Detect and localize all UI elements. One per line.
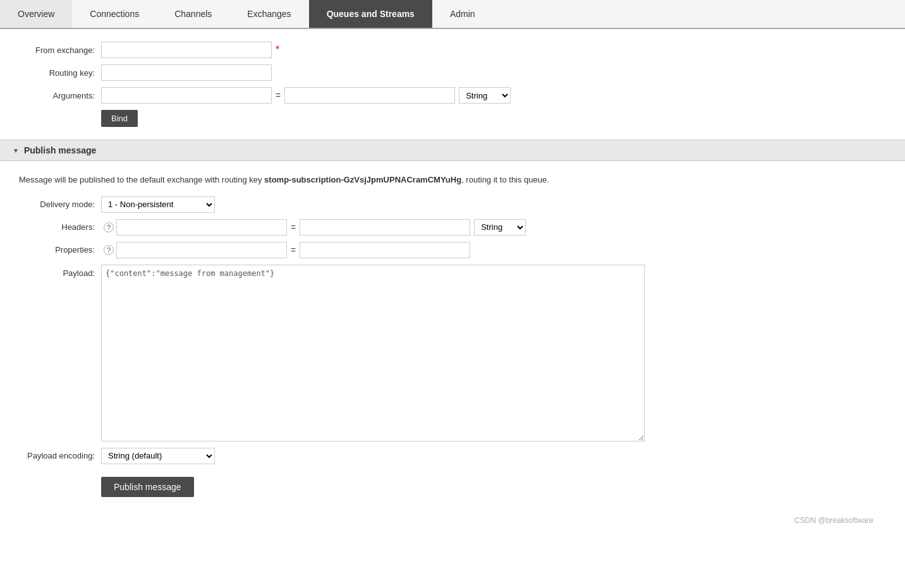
publish-section-divider: ▼ Publish message [0,140,905,161]
properties-value-input[interactable] [300,242,470,258]
routing-key-value: stomp-subscription-GzVsjJpmUPNACramCMYuH… [264,175,461,184]
tab-connections[interactable]: Connections [72,0,157,28]
headers-value-input[interactable] [300,219,470,236]
bind-section: From exchange: * Routing key: Arguments:… [19,42,886,127]
payload-label: Payload: [19,265,101,278]
required-star: * [276,44,279,56]
from-exchange-label: From exchange: [19,45,101,55]
routing-key-label: Routing key: [19,68,101,78]
arguments-type-select[interactable]: String Boolean Number List [459,87,511,104]
watermark-text: CSDN @breaksoftware [794,516,873,525]
headers-eq-sign: = [291,222,296,232]
routing-key-input[interactable] [101,64,272,81]
headers-key-input[interactable] [116,219,287,236]
properties-label: Properties: [19,245,101,255]
arguments-key-input[interactable] [101,87,272,104]
routing-info: Message will be published to the default… [19,174,886,186]
page-content: From exchange: * Routing key: Arguments:… [0,29,905,544]
arguments-label: Arguments: [19,91,101,100]
tab-queues-streams[interactable]: Queues and Streams [309,0,432,28]
eq-sign: = [276,90,281,100]
publish-message-button[interactable]: Publish message [101,477,194,497]
properties-key-input[interactable] [116,242,287,258]
tab-overview[interactable]: Overview [0,0,72,28]
properties-eq-sign: = [291,245,296,255]
routing-info-prefix: Message will be published to the default… [19,175,264,184]
arguments-value-input[interactable] [284,87,455,104]
nav-tabs: Overview Connections Channels Exchanges … [0,0,905,29]
arguments-row: Arguments: = String Boolean Number List [19,87,886,104]
publish-section-title: Publish message [24,145,96,155]
tab-exchanges[interactable]: Exchanges [229,0,308,28]
bind-button-row: Bind [19,110,886,127]
routing-info-suffix: , routing it to this queue. [461,175,549,184]
delivery-mode-select[interactable]: 1 - Non-persistent 2 - Persistent [101,196,215,213]
triangle-icon: ▼ [13,147,19,154]
footer-watermark: CSDN @breaksoftware [19,510,886,531]
routing-key-row: Routing key: [19,64,886,81]
headers-row: Headers: ? = String Boolean Number List [19,219,886,236]
bind-button[interactable]: Bind [101,110,138,127]
payload-encoding-row: Payload encoding: String (default) Base6… [19,448,886,464]
from-exchange-row: From exchange: * [19,42,886,58]
payload-row: Payload: {"content":"message from manage… [19,265,886,441]
delivery-mode-label: Delivery mode: [19,200,101,209]
delivery-mode-row: Delivery mode: 1 - Non-persistent 2 - Pe… [19,196,886,213]
tab-admin[interactable]: Admin [432,0,493,28]
from-exchange-input[interactable] [101,42,272,58]
publish-button-row: Publish message [19,471,886,497]
headers-type-select[interactable]: String Boolean Number List [474,219,526,236]
properties-row: Properties: ? = [19,242,886,258]
payload-encoding-select[interactable]: String (default) Base64 [101,448,215,464]
publish-section: Message will be published to the default… [19,174,886,497]
properties-help-icon[interactable]: ? [104,245,114,255]
headers-label: Headers: [19,222,101,232]
tab-channels[interactable]: Channels [157,0,229,28]
payload-textarea[interactable]: {"content":"message from management"} [101,265,645,441]
payload-encoding-label: Payload encoding: [19,451,101,460]
headers-help-icon[interactable]: ? [104,222,114,232]
